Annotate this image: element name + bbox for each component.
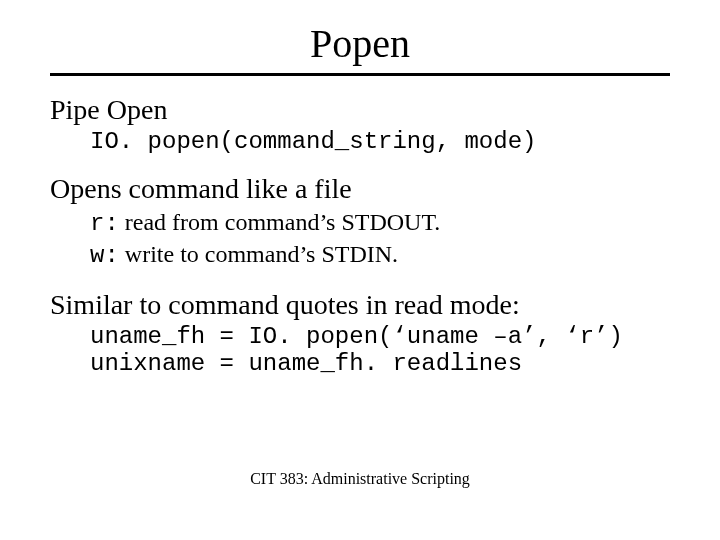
section-heading-opens-like-file: Opens command like a file xyxy=(50,173,670,205)
mode-lines: r: read from command’s STDOUT. w: write … xyxy=(90,207,670,271)
mode-key-w: w: xyxy=(90,242,119,269)
section-heading-similar-quotes: Similar to command quotes in read mode: xyxy=(50,289,670,321)
code-example: uname_fh = IO. popen(‘uname –a’, ‘r’) un… xyxy=(90,323,670,377)
mode-line-r: r: read from command’s STDOUT. xyxy=(90,207,670,239)
slide: Popen Pipe Open IO. popen(command_string… xyxy=(0,0,720,540)
slide-title: Popen xyxy=(50,20,670,67)
mode-key-r: r: xyxy=(90,210,119,237)
mode-line-w: w: write to command’s STDIN. xyxy=(90,239,670,271)
section-heading-pipe-open: Pipe Open xyxy=(50,94,670,126)
code-example-line1: uname_fh = IO. popen(‘uname –a’, ‘r’) xyxy=(90,323,623,350)
code-example-line2: unixname = uname_fh. readlines xyxy=(90,350,522,377)
mode-desc-r: read from command’s STDOUT. xyxy=(119,209,440,235)
mode-desc-w: write to command’s STDIN. xyxy=(119,241,398,267)
slide-footer: CIT 383: Administrative Scripting xyxy=(0,470,720,488)
code-popen-signature: IO. popen(command_string, mode) xyxy=(90,128,670,155)
title-rule xyxy=(50,73,670,76)
